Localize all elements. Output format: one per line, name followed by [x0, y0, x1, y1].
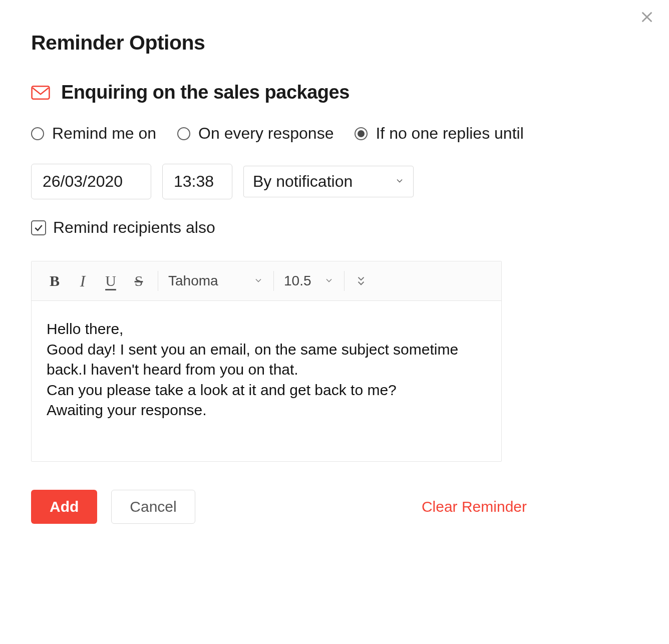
message-body[interactable]: Hello there, Good day! I sent you an ema…	[32, 301, 501, 461]
remind-recipients-checkbox[interactable]: Remind recipients also	[31, 218, 638, 237]
radio-remind-me-on[interactable]: Remind me on	[31, 124, 156, 143]
reminder-type-radio-group: Remind me on On every response If no one…	[31, 124, 638, 143]
message-editor: B I U S Tahoma 10.5	[31, 261, 502, 462]
radio-icon	[31, 127, 44, 140]
strikethrough-button[interactable]: S	[125, 268, 153, 293]
close-icon	[639, 9, 655, 25]
add-button[interactable]: Add	[31, 490, 97, 524]
chevron-down-icon	[324, 273, 334, 289]
bold-button[interactable]: B	[41, 268, 69, 293]
font-family-value: Tahoma	[168, 273, 218, 289]
time-input[interactable]	[162, 164, 232, 199]
notification-method-select[interactable]	[243, 166, 414, 197]
chevron-down-icon	[253, 273, 263, 289]
editor-toolbar: B I U S Tahoma 10.5	[32, 261, 501, 301]
radio-if-no-one-replies[interactable]: If no one replies until	[355, 124, 523, 143]
font-size-select[interactable]: 10.5	[279, 273, 339, 289]
radio-icon	[355, 127, 368, 140]
radio-label: If no one replies until	[376, 124, 523, 143]
modal-footer: Add Cancel Clear Reminder	[31, 490, 527, 524]
checkbox-label: Remind recipients also	[53, 218, 215, 237]
reminder-options-modal: Reminder Options Enquiring on the sales …	[31, 31, 638, 524]
toolbar-separator	[158, 271, 158, 291]
svg-rect-0	[32, 86, 50, 99]
radio-label: Remind me on	[52, 124, 156, 143]
radio-on-every-response[interactable]: On every response	[177, 124, 333, 143]
more-formatting-button[interactable]	[356, 274, 367, 287]
double-chevron-down-icon	[356, 274, 367, 287]
notification-method-value[interactable]	[243, 166, 414, 197]
schedule-inputs-row	[31, 164, 638, 199]
cancel-button[interactable]: Cancel	[111, 490, 195, 524]
toolbar-separator	[344, 271, 345, 291]
underline-button[interactable]: U	[97, 268, 125, 293]
italic-button[interactable]: I	[69, 268, 97, 293]
checkbox-icon	[31, 220, 46, 235]
radio-label: On every response	[198, 124, 333, 143]
envelope-icon	[31, 85, 50, 100]
radio-icon	[177, 127, 190, 140]
subject-text: Enquiring on the sales packages	[61, 82, 350, 103]
subject-row: Enquiring on the sales packages	[31, 82, 638, 103]
toolbar-separator	[273, 271, 274, 291]
font-family-select[interactable]: Tahoma	[163, 273, 268, 289]
font-size-value: 10.5	[284, 273, 311, 289]
close-button[interactable]	[637, 7, 657, 27]
clear-reminder-link[interactable]: Clear Reminder	[422, 498, 527, 515]
modal-title: Reminder Options	[31, 31, 638, 55]
date-input[interactable]	[31, 164, 151, 199]
